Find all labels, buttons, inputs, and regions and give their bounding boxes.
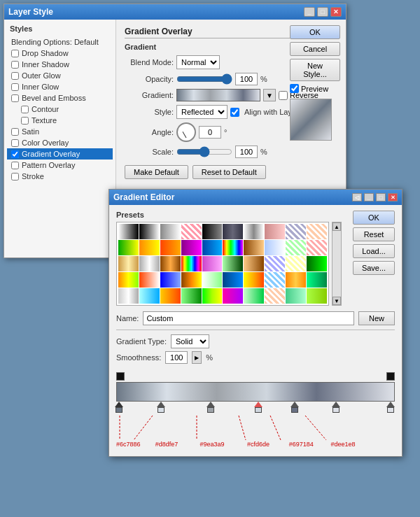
new-style-btn[interactable]: New Style... [290,59,340,81]
preset-swatch[interactable] [202,240,223,255]
ge-smooth-input[interactable] [165,351,188,364]
sidebar-satin[interactable]: Satin [7,126,113,137]
sidebar-contour[interactable]: Contour [7,104,113,115]
preset-swatch[interactable] [286,288,306,304]
inner-shadow-checkbox[interactable] [11,61,19,69]
preview-checkbox[interactable] [290,84,299,93]
preset-swatch[interactable] [202,288,223,304]
preset-swatch[interactable] [118,288,139,304]
color-stop-5[interactable] [292,402,299,413]
align-layer-checkbox[interactable] [230,108,239,117]
ge-minimize-icon[interactable]: _ [364,193,374,201]
ge-maximize-icon[interactable]: □ [376,193,386,201]
color-stop-6[interactable] [333,402,340,413]
satin-checkbox[interactable] [11,128,19,136]
preset-swatch[interactable] [139,272,160,288]
preset-swatch[interactable] [265,240,285,255]
color-stop-3[interactable] [208,402,215,413]
preset-swatch[interactable] [181,272,202,288]
preset-swatch[interactable] [223,256,243,271]
color-stop-1[interactable] [116,402,123,413]
preset-swatch[interactable] [265,288,285,304]
preset-swatch[interactable] [265,272,285,288]
sidebar-color-overlay[interactable]: Color Overlay [7,137,113,148]
reset-to-default-btn[interactable]: Reset to Default [192,165,266,179]
preset-swatch[interactable] [118,224,139,239]
preset-swatch[interactable] [118,240,139,255]
preset-swatch[interactable] [307,224,327,239]
preset-swatch[interactable] [265,256,285,271]
sidebar-inner-glow[interactable]: Inner Glow [7,81,113,92]
preset-swatch[interactable] [223,288,243,304]
sidebar-outer-glow[interactable]: Outer Glow [7,70,113,81]
preset-swatch[interactable] [160,240,181,255]
preset-swatch[interactable] [244,240,264,255]
preset-swatch[interactable] [181,240,202,255]
preset-swatch[interactable] [286,240,306,255]
ge-smooth-stepper[interactable]: ▶ [192,351,202,364]
preset-swatch[interactable] [160,272,181,288]
cancel-btn[interactable]: Cancel [290,42,340,56]
preset-swatch[interactable] [139,288,160,304]
preset-swatch[interactable] [307,272,327,288]
preset-swatch[interactable] [223,240,243,255]
ge-restore-icon[interactable]: ◁ [352,193,362,201]
preset-swatch[interactable] [244,288,264,304]
ge-load-btn[interactable]: Load... [353,244,395,258]
angle-value[interactable] [199,126,221,139]
color-overlay-checkbox[interactable] [11,139,19,147]
scroll-up-btn[interactable]: ▲ [332,222,341,231]
angle-dial[interactable] [176,122,196,142]
preset-swatch[interactable] [223,272,243,288]
sidebar-gradient-overlay[interactable]: Gradient Overlay [7,148,113,160]
preset-swatch[interactable] [286,272,306,288]
sidebar-blending-options[interactable]: Blending Options: Default [7,36,113,48]
preset-swatch[interactable] [202,224,223,239]
color-stop-7[interactable] [388,402,395,413]
preset-swatch[interactable] [286,256,306,271]
maximize-btn[interactable]: □ [317,7,328,17]
ge-ok-btn[interactable]: OK [353,211,395,225]
preset-swatch[interactable] [307,288,327,304]
style-select[interactable]: Reflected Linear Radial [176,105,227,119]
preset-swatch[interactable] [307,240,327,255]
ge-type-select[interactable]: Solid Noise [171,334,209,348]
blend-mode-select[interactable]: Normal [176,55,220,69]
preset-swatch[interactable] [118,272,139,288]
preset-swatch[interactable] [181,288,202,304]
preset-swatch[interactable] [202,256,223,271]
inner-glow-checkbox[interactable] [11,83,19,91]
scale-slider[interactable] [176,147,232,157]
preset-swatch[interactable] [244,224,264,239]
opacity-value[interactable] [235,73,258,85]
preset-swatch[interactable] [265,224,285,239]
sidebar-texture[interactable]: Texture [7,115,113,126]
sidebar-bevel-emboss[interactable]: Bevel and Emboss [7,92,113,104]
preset-swatch[interactable] [160,288,181,304]
ge-close-icon[interactable]: ✕ [388,193,398,201]
ge-new-btn[interactable]: New [358,311,395,325]
scale-value[interactable] [235,146,258,158]
preset-swatch[interactable] [139,224,160,239]
scroll-down-btn[interactable]: ▼ [332,297,341,305]
preset-swatch[interactable] [223,224,243,239]
reverse-checkbox[interactable] [279,91,288,100]
ge-reset-btn[interactable]: Reset [353,227,395,241]
gradient-dropdown-btn[interactable]: ▼ [263,89,276,101]
pattern-overlay-checkbox[interactable] [11,162,19,169]
preset-swatch[interactable] [202,272,223,288]
gradient-display-bar[interactable] [116,382,395,402]
opacity-slider[interactable] [176,74,232,84]
preset-swatch[interactable] [160,224,181,239]
alpha-stop-left[interactable] [116,372,125,381]
ok-btn[interactable]: OK [290,25,340,39]
make-default-btn[interactable]: Make Default [125,165,188,179]
drop-shadow-checkbox[interactable] [11,50,19,57]
gradient-preview[interactable] [176,89,260,101]
sidebar-inner-shadow[interactable]: Inner Shadow [7,59,113,70]
preset-swatch[interactable] [139,256,160,271]
preset-swatch[interactable] [181,256,202,271]
close-btn[interactable]: ✕ [330,7,342,17]
preset-swatch[interactable] [244,272,264,288]
contour-checkbox[interactable] [21,106,29,113]
